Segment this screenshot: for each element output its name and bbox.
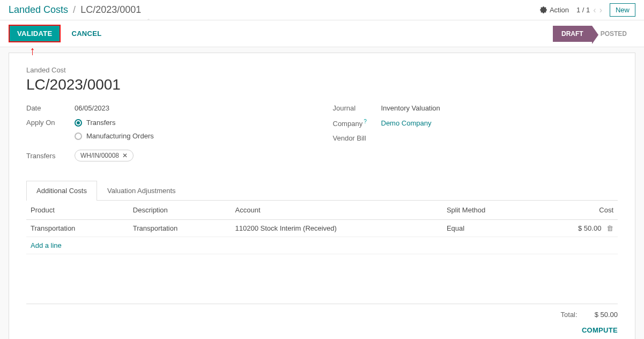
transfers-value[interactable]: WH/IN/00008 ✕: [75, 150, 134, 161]
breadcrumb-current: LC/2023/0001: [80, 4, 141, 15]
th-product: Product: [26, 201, 129, 220]
th-cost: Cost: [533, 201, 618, 220]
row-journal: Journal Inventory Valuation: [333, 104, 618, 112]
breadcrumb: Landed Costs / LC/2023/0001: [9, 4, 141, 16]
totals-row: Total: $ 50.00: [26, 304, 618, 319]
transfer-tag[interactable]: WH/IN/00008 ✕: [75, 150, 134, 161]
status-draft[interactable]: DRAFT: [553, 26, 592, 42]
help-icon[interactable]: ?: [364, 119, 367, 124]
date-label: Date: [26, 104, 75, 112]
table-row[interactable]: Transportation Transportation 110200 Sto…: [26, 220, 618, 237]
pager-prev[interactable]: ‹: [593, 5, 596, 15]
action-bar: VALIDATE CANCEL DRAFT POSTED: [0, 20, 644, 47]
breadcrumb-sep: /: [73, 4, 76, 15]
form-sheet: Landed Cost LC/2023/0001 Date 06/05/2023…: [9, 53, 635, 339]
form-supertitle: Landed Cost: [26, 66, 618, 74]
compute-row: COMPUTE: [26, 326, 618, 334]
total-value: $ 50.00: [595, 311, 618, 319]
empty-row: [26, 254, 618, 297]
add-line-row: Add a line: [26, 237, 618, 254]
journal-value[interactable]: Inventory Valuation: [381, 104, 440, 112]
tab-additional-costs[interactable]: Additional Costs: [26, 181, 97, 201]
row-company: Company? Demo Company: [333, 119, 618, 128]
transfers-label: Transfers: [26, 152, 75, 160]
company-value[interactable]: Demo Company: [381, 119, 432, 127]
compute-button[interactable]: COMPUTE: [582, 326, 618, 334]
top-bar: Landed Costs / LC/2023/0001 Action 1 / 1…: [0, 0, 644, 20]
transfer-tag-text: WH/IN/00008: [80, 152, 119, 159]
add-line-button[interactable]: Add a line: [31, 241, 62, 249]
pager: 1 / 1 ‹ ›: [576, 5, 602, 15]
radio-transfers-label: Transfers: [86, 119, 115, 127]
radio-dot-unchecked: [75, 132, 82, 140]
new-button[interactable]: New: [610, 3, 635, 17]
radio-dot-checked: [75, 119, 82, 127]
gear-icon: [540, 6, 547, 13]
cell-description[interactable]: Transportation: [129, 220, 231, 237]
radio-transfers[interactable]: Transfers: [75, 119, 154, 127]
th-account: Account: [231, 201, 442, 220]
radio-mo-label: Manufacturing Orders: [86, 132, 154, 140]
row-apply-on: Apply On Transfers Manufacturing Orders: [26, 119, 312, 140]
status-posted[interactable]: POSTED: [592, 26, 635, 42]
row-transfers: Transfers WH/IN/00008 ✕: [26, 150, 312, 161]
th-description: Description: [129, 201, 231, 220]
cell-account[interactable]: 110200 Stock Interim (Received): [231, 220, 442, 237]
cell-product[interactable]: Transportation: [26, 220, 129, 237]
form-col-left: Date 06/05/2023 Apply On Transfers Manuf…: [26, 104, 312, 168]
journal-label: Journal: [333, 104, 381, 112]
pager-next[interactable]: ›: [599, 5, 602, 15]
form-col-right: Journal Inventory Valuation Company? Dem…: [333, 104, 618, 168]
cell-split[interactable]: Equal: [442, 220, 534, 237]
trash-icon[interactable]: 🗑: [606, 224, 613, 232]
tabs: Additional Costs Valuation Adjustments: [26, 181, 618, 201]
vendor-bill-label: Vendor Bill: [333, 134, 392, 142]
row-vendor-bill: Vendor Bill: [333, 134, 618, 142]
table-header-row: Product Description Account Split Method…: [26, 201, 618, 220]
pager-text: 1 / 1: [576, 6, 590, 14]
cell-cost[interactable]: $ 50.00 🗑: [533, 220, 618, 237]
total-label: Total:: [561, 311, 578, 319]
row-date: Date 06/05/2023: [26, 104, 312, 112]
company-label: Company?: [333, 119, 381, 128]
status-bar: DRAFT POSTED: [553, 26, 635, 42]
th-split: Split Method: [442, 201, 534, 220]
breadcrumb-root[interactable]: Landed Costs: [9, 4, 68, 15]
costs-table: Product Description Account Split Method…: [26, 201, 618, 297]
validate-button[interactable]: VALIDATE: [9, 25, 61, 42]
date-value[interactable]: 06/05/2023: [75, 104, 109, 112]
top-right: Action 1 / 1 ‹ › New: [540, 3, 635, 17]
cancel-button[interactable]: CANCEL: [64, 26, 109, 41]
apply-radio-group: Transfers Manufacturing Orders: [75, 119, 154, 140]
form-grid: Date 06/05/2023 Apply On Transfers Manuf…: [26, 104, 618, 168]
form-title: LC/2023/0001: [26, 76, 618, 93]
action-label: Action: [550, 6, 569, 14]
radio-mo[interactable]: Manufacturing Orders: [75, 132, 154, 140]
tab-valuation-adjustments[interactable]: Valuation Adjustments: [97, 181, 186, 200]
tag-remove-icon[interactable]: ✕: [122, 152, 128, 159]
apply-label: Apply On: [26, 119, 75, 127]
action-menu[interactable]: Action: [540, 6, 569, 14]
